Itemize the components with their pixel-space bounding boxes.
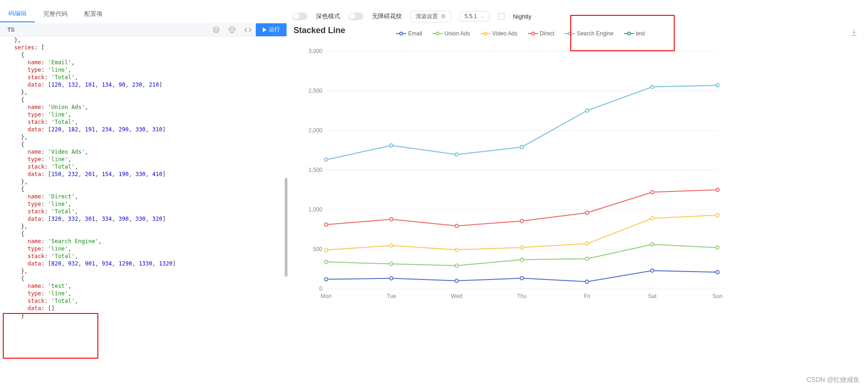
accessibility-toggle[interactable] [349,13,363,20]
legend-item-direct[interactable]: Direct [528,30,554,37]
svg-point-35 [325,248,328,252]
svg-text:Sat: Sat [648,293,657,300]
svg-point-55 [716,84,719,87]
watermark: CSDN @红烧咸鱼 [806,376,860,384]
svg-point-23 [455,279,458,282]
editor-header: TS 运行 [0,23,287,36]
svg-point-54 [651,85,654,88]
svg-point-22 [390,277,393,280]
svg-point-53 [586,109,589,112]
version-select[interactable]: 5.5.1 ⌄ [459,11,490,21]
dark-mode-label: 深色模式 [316,12,340,20]
render-settings-label: 渲染设置 [416,13,438,20]
legend-item-email[interactable]: Email [396,30,422,37]
svg-text:1,000: 1,000 [308,206,322,213]
svg-point-52 [520,145,524,149]
run-button[interactable]: 运行 [256,23,287,36]
svg-point-34 [716,246,719,249]
svg-point-50 [390,144,393,147]
svg-point-29 [390,262,393,265]
chart-plot: 05001,0001,5002,0002,5003,000MonTueWedTh… [317,51,722,303]
gear-icon: ⚙ [441,13,446,20]
svg-point-44 [455,225,458,228]
cube-icon[interactable] [224,23,240,36]
chevron-down-icon: ⌄ [480,13,485,20]
legend-item-video-ads[interactable]: Video Ads [480,30,518,37]
svg-point-42 [325,223,328,226]
svg-point-26 [651,269,654,272]
svg-point-24 [520,277,524,280]
svg-text:Thu: Thu [517,293,527,300]
lang-badge: TS [7,27,14,33]
chart-area: Stacked Line EmailUnion AdsVideo AdsDire… [294,26,731,317]
highlight-box-code [3,313,98,359]
play-icon [262,27,267,32]
svg-point-30 [455,264,458,267]
tab-config[interactable]: 配置项 [76,6,111,22]
svg-text:500: 500 [313,246,322,252]
svg-text:Wed: Wed [451,293,462,300]
svg-text:1,500: 1,500 [308,167,322,173]
preview-toolbar: 深色模式 无障碍花纹 渲染设置 ⚙ 5.5.1 ⌄ Nightly [293,8,531,24]
svg-text:Tue: Tue [387,293,396,300]
svg-text:2,500: 2,500 [308,88,322,94]
svg-text:Fri: Fri [584,293,590,300]
tab-code-edit[interactable]: 码编辑 [0,6,35,22]
svg-point-46 [586,211,589,214]
tab-full-code[interactable]: 完整代码 [35,6,76,22]
dark-mode-toggle[interactable] [293,13,308,20]
nightly-label: Nightly [513,13,532,20]
svg-text:Mon: Mon [321,293,331,300]
svg-point-25 [586,280,589,283]
svg-point-38 [520,246,524,249]
editor-scrollbar[interactable] [285,178,287,277]
svg-point-33 [651,243,654,246]
svg-text:Sun: Sun [712,293,722,300]
download-icon[interactable] [850,29,858,38]
nightly-checkbox[interactable] [498,13,505,20]
main-tabs: 码编辑 完整代码 配置项 [0,6,111,22]
svg-text:0: 0 [319,286,322,292]
svg-point-28 [325,260,328,264]
svg-point-47 [651,191,654,194]
run-label: 运行 [269,26,280,34]
svg-point-21 [325,278,328,281]
svg-text:2,000: 2,000 [308,127,322,134]
svg-point-39 [586,242,589,245]
svg-point-41 [716,213,719,217]
svg-point-32 [586,257,589,260]
svg-point-40 [651,217,654,220]
accessibility-label: 无障碍花纹 [372,12,402,20]
svg-point-45 [520,219,524,223]
svg-point-36 [390,244,393,247]
svg-point-49 [325,158,328,161]
svg-point-51 [455,153,458,156]
code-icon[interactable] [240,23,256,36]
render-settings-button[interactable]: 渲染设置 ⚙ [410,11,451,22]
legend-item-union-ads[interactable]: Union Ads [432,30,470,37]
svg-point-48 [716,188,719,191]
svg-point-31 [520,258,524,261]
svg-point-43 [390,218,393,221]
svg-point-37 [455,248,458,252]
svg-point-27 [716,271,719,274]
svg-text:3,000: 3,000 [308,48,322,54]
layers-icon[interactable] [208,23,224,36]
version-value: 5.5.1 [465,13,477,20]
highlight-box-legend [570,15,675,51]
